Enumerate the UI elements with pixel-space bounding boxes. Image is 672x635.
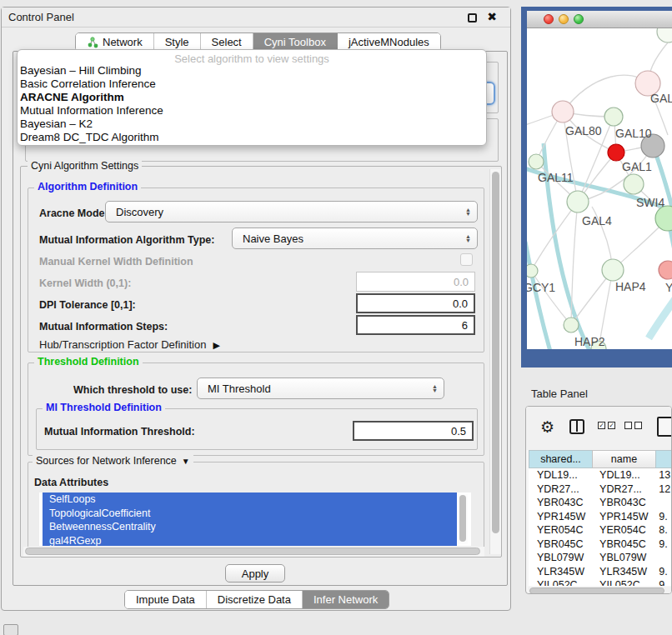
attribute-item-topologicalcoefficient[interactable]: TopologicalCoefficient — [43, 507, 457, 521]
attribute-item-selfloops[interactable]: SelfLoops — [43, 492, 457, 507]
algorithm-dropdown[interactable]: Select algorithm to view settings Bayesi… — [17, 49, 487, 146]
tab-impute-data[interactable]: Impute Data — [125, 591, 207, 608]
tab-cyni-toolbox[interactable]: Cyni Toolbox — [253, 33, 338, 51]
network-edge[interactable] — [527, 242, 559, 349]
dropdown-prompt: Select algorithm to view settings — [18, 50, 486, 64]
column-header-2[interactable] — [655, 450, 672, 468]
network-node[interactable] — [602, 259, 624, 281]
tab-discretize-data[interactable]: Discretize Data — [207, 591, 303, 608]
tab-label: Select — [212, 36, 242, 48]
dropdown-item-basic-correlation-inference[interactable]: Basic Correlation Inference — [18, 78, 486, 91]
dropdown-item-bayesian-hill-climbing[interactable]: Bayesian – Hill Climbing — [18, 64, 486, 78]
tab-network[interactable]: Network — [76, 33, 154, 51]
scrollbar-thumb[interactable] — [529, 588, 664, 594]
network-edge[interactable] — [563, 75, 648, 112]
attribute-item-gal4rgexp[interactable]: gal4RGexp — [43, 534, 457, 547]
tab-jactivemnodules[interactable]: jActiveMNodules — [338, 33, 440, 51]
table-rows: YDL19...YDL19...13YDR27...YDR27...12YBR0… — [529, 468, 672, 586]
table-cell: YDR27... — [591, 483, 654, 495]
table-toolbar: ⚙ ✓✓ — [526, 407, 671, 450]
network-node[interactable] — [659, 261, 672, 279]
node-label: GAL10 — [615, 127, 652, 140]
attributes-list-scrollbar[interactable] — [458, 494, 468, 544]
network-edge[interactable] — [649, 292, 672, 338]
mi-threshold-field[interactable]: 0.5 — [353, 421, 474, 441]
stepper-icon: ▲▼ — [465, 234, 471, 242]
close-icon[interactable]: ✖ — [487, 10, 497, 23]
which-threshold-value: MI Threshold — [208, 382, 271, 395]
network-node[interactable] — [564, 318, 579, 332]
column-header-shared[interactable]: shared... — [529, 450, 592, 468]
column-header-name[interactable]: name — [592, 450, 655, 468]
mi-steps-label: Mutual Information Steps: — [39, 321, 168, 332]
mi-steps-field[interactable]: 6 — [356, 315, 475, 335]
tab-style[interactable]: Style — [154, 33, 201, 51]
dropdown-item-dream8-dc-tdc-algorithm[interactable]: Dream8 DC_TDC Algorithm — [18, 131, 486, 144]
minimized-window-icon[interactable] — [3, 624, 18, 635]
scrollbar-thumb[interactable] — [25, 548, 480, 555]
network-node[interactable] — [529, 154, 544, 169]
dropdown-item-aracne-algorithm[interactable]: ARACNE Algorithm — [18, 91, 486, 104]
table-cell: YBR045C — [529, 538, 591, 550]
tab-infer-network[interactable]: Infer Network — [303, 591, 389, 608]
network-node[interactable] — [657, 28, 672, 42]
network-node[interactable] — [604, 108, 623, 126]
float-window-icon[interactable] — [468, 13, 477, 22]
table-cell: 9. — [654, 566, 672, 578]
bottom-tabs: Impute DataDiscretize DataInfer Network — [124, 590, 389, 609]
kernel-width-field[interactable]: 0.0 — [356, 272, 475, 292]
network-node[interactable] — [655, 206, 672, 231]
aracne-mode-combo[interactable]: Discovery ▲▼ — [105, 201, 478, 222]
table-horizontal-scrollbar[interactable] — [528, 587, 671, 594]
table-row[interactable]: YDR27...YDR27...12 — [529, 482, 672, 497]
minimize-traffic-light-icon[interactable] — [559, 14, 569, 24]
mi-threshold-label: Mutual Information Threshold: — [44, 426, 195, 438]
document-icon[interactable] — [657, 417, 672, 437]
network-node[interactable] — [624, 174, 644, 194]
network-node[interactable] — [608, 144, 624, 161]
scrollbar-thumb[interactable] — [492, 172, 499, 533]
column-layout-icon[interactable] — [569, 419, 584, 434]
network-node[interactable] — [527, 264, 538, 278]
table-cell: 12 — [654, 483, 672, 495]
expanded-arrow-icon: ▼ — [182, 457, 190, 466]
settings-vertical-scrollbar[interactable] — [489, 169, 501, 554]
tab-select[interactable]: Select — [201, 33, 253, 51]
gear-icon[interactable]: ⚙ — [540, 419, 554, 435]
network-graph[interactable]: GALGAL80GAL10GAL11GAL1SWI4GAL4GCY1HAP4YH… — [527, 28, 672, 349]
select-all-checks-icon[interactable]: ✓✓ — [598, 422, 615, 429]
which-threshold-combo[interactable]: MI Threshold ▲▼ — [197, 378, 444, 399]
scrollbar-thumb[interactable] — [459, 495, 466, 542]
table-row[interactable]: YDL19...YDL19...13 — [529, 468, 672, 482]
network-titlebar[interactable] — [527, 11, 672, 28]
hub-definition-toggle[interactable]: Hub/Transcription Factor Definition▶ — [39, 338, 220, 351]
attribute-item-betweennesscentrality[interactable]: BetweennessCentrality — [43, 520, 457, 534]
dpi-tolerance-field[interactable]: 0.0 — [356, 293, 475, 313]
network-node[interactable] — [552, 101, 574, 122]
data-attributes-list[interactable]: SelfLoopsTopologicalCoefficientBetweenne… — [39, 492, 471, 546]
node-label: GAL1 — [622, 160, 652, 173]
settings-horizontal-scrollbar[interactable] — [23, 547, 484, 557]
apply-button[interactable]: Apply — [225, 564, 285, 582]
table-row[interactable]: YIL052CYIL052C9 — [529, 578, 672, 586]
table-row[interactable]: YBL079WYBL079W — [529, 551, 672, 565]
table-row[interactable]: YBR045CYBR045C9. — [529, 538, 672, 552]
sources-group-title[interactable]: Sources for Network Inference▼ — [33, 455, 193, 467]
close-traffic-light-icon[interactable] — [544, 14, 554, 24]
network-icon — [87, 37, 98, 48]
manual-kernel-checkbox[interactable] — [460, 253, 473, 266]
table-cell: YER054C — [529, 524, 591, 536]
network-node[interactable] — [567, 191, 589, 212]
table-row[interactable]: YBR043CYBR043C — [529, 496, 672, 510]
deselect-all-checks-icon[interactable] — [624, 422, 642, 429]
network-window: GALGAL80GAL10GAL11GAL1SWI4GAL4GCY1HAP4YH… — [521, 7, 672, 368]
mi-type-combo[interactable]: Naive Bayes ▲▼ — [232, 228, 478, 249]
zoom-traffic-light-icon[interactable] — [574, 14, 584, 24]
table-row[interactable]: YER054CYER054C8. — [529, 523, 672, 538]
network-canvas[interactable]: GALGAL80GAL10GAL11GAL1SWI4GAL4GCY1HAP4YH… — [527, 28, 672, 349]
table-row[interactable]: YPR145WYPR145W9. — [529, 510, 672, 524]
dropdown-item-mutual-information-inference[interactable]: Mutual Information Inference — [18, 104, 486, 118]
table-row[interactable]: YLR345WYLR345W9. — [529, 565, 672, 579]
control-panel-window: Control Panel ✖ NetworkStyleSelectCyni T… — [1, 7, 511, 611]
dropdown-item-bayesian-k2[interactable]: Bayesian – K2 — [18, 118, 486, 131]
